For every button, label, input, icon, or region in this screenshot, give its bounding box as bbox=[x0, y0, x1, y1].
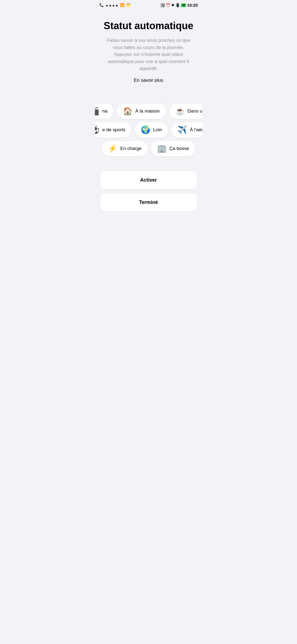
sports-emoji: ⚽ bbox=[95, 126, 100, 134]
status-card-charging[interactable]: ⚡ En charge bbox=[102, 141, 148, 156]
status-card-working[interactable]: 🏢 Ça bosse bbox=[151, 141, 195, 156]
far-emoji: 🌍 bbox=[141, 126, 150, 134]
activate-button[interactable]: Activer bbox=[100, 171, 197, 189]
airport-emoji: ✈️ bbox=[177, 126, 187, 134]
status-cards-area: 🎬 na 🏠 À la maison ☕ Dans un ⚽ e de spor… bbox=[95, 100, 202, 160]
wifi-icon: 📶 bbox=[120, 3, 125, 7]
status-card-airport[interactable]: ✈️ À l'aérop bbox=[171, 122, 202, 138]
working-label: Ça bosse bbox=[169, 146, 189, 151]
sim-icon: 🗂️ bbox=[126, 3, 131, 7]
charging-emoji: ⚡ bbox=[108, 145, 117, 152]
status-row-3: ⚡ En charge 🏢 Ça bosse bbox=[95, 139, 202, 158]
status-right-icons: N ⏰ ✱ 📳 96 10:25 bbox=[161, 3, 198, 7]
alarm-icon: ⏰ bbox=[166, 3, 170, 7]
status-time: 10:25 bbox=[187, 3, 198, 7]
status-row-1: 🎬 na 🏠 À la maison ☕ Dans un bbox=[95, 102, 194, 121]
cafe-emoji: ☕ bbox=[175, 107, 185, 115]
home-emoji: 🏠 bbox=[123, 107, 133, 115]
status-card-home[interactable]: 🏠 À la maison bbox=[117, 103, 166, 119]
home-label: À la maison bbox=[135, 108, 160, 114]
status-card-cinema[interactable]: 🎬 na bbox=[95, 103, 114, 119]
phone-icon: 📞 bbox=[99, 3, 104, 7]
charging-label: En charge bbox=[120, 146, 142, 151]
status-bar: 📞 ▲▲▲▲ 📶 🗂️ N ⏰ ✱ 📳 96 10:25 bbox=[95, 0, 202, 9]
cinema-emoji: 🎬 bbox=[95, 107, 100, 115]
far-label: Loin bbox=[153, 127, 162, 133]
cinema-label: na bbox=[102, 108, 108, 114]
battery-indicator: 96 bbox=[181, 3, 186, 7]
learn-more-link[interactable]: En savoir plus bbox=[101, 78, 196, 83]
status-row-2: ⚽ e de sports 🌍 Loin ✈️ À l'aérop bbox=[95, 121, 194, 139]
main-content: Statut automatique Faites savoir à vos a… bbox=[95, 9, 202, 100]
cafe-label: Dans un bbox=[188, 108, 202, 114]
sports-label: e de sports bbox=[102, 127, 125, 133]
page-title: Statut automatique bbox=[101, 20, 196, 31]
bluetooth-icon: ✱ bbox=[171, 3, 174, 7]
done-button[interactable]: Terminé bbox=[100, 193, 197, 211]
page-description: Faites savoir à vos amis proches ce que … bbox=[101, 37, 196, 72]
status-left-icons: 📞 ▲▲▲▲ 📶 🗂️ bbox=[99, 3, 131, 7]
status-card-sports[interactable]: ⚽ e de sports bbox=[95, 122, 131, 138]
status-card-cafe[interactable]: ☕ Dans un bbox=[169, 103, 202, 119]
nfc-icon: N bbox=[161, 3, 165, 7]
signal-icon: ▲▲▲▲ bbox=[105, 3, 119, 7]
working-emoji: 🏢 bbox=[157, 145, 167, 152]
status-card-far[interactable]: 🌍 Loin bbox=[135, 122, 168, 138]
vibrate-icon: 📳 bbox=[175, 3, 180, 7]
airport-label: À l'aérop bbox=[190, 127, 202, 133]
bottom-buttons: Activer Terminé bbox=[95, 165, 202, 220]
